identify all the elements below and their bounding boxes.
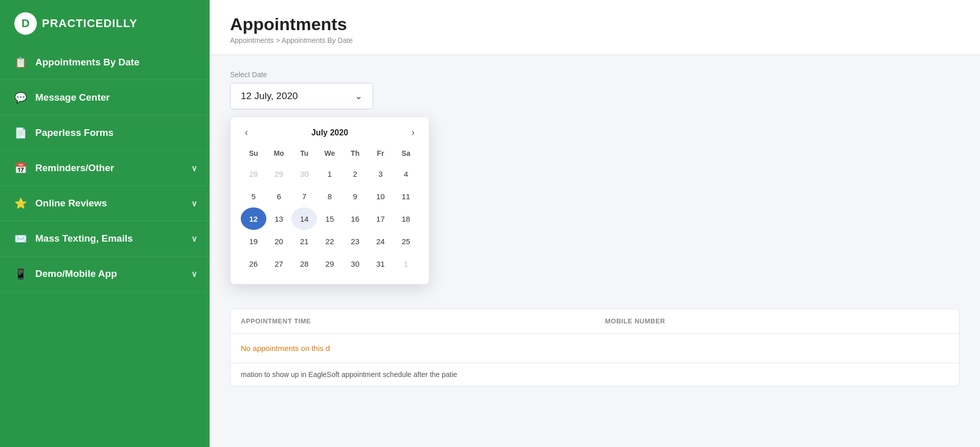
main-header: Appointments Appointments > Appointments…: [210, 0, 980, 55]
online-reviews-label: Online Reviews: [35, 198, 107, 209]
calendar-day[interactable]: 17: [368, 207, 394, 230]
breadcrumb: Appointments > Appointments By Date: [230, 36, 960, 44]
weekday-su: Su: [241, 146, 266, 162]
calendar-popup: ‹ July 2020 › SuMoTuWeThFrSa 28293012345…: [230, 116, 429, 285]
calendar-day[interactable]: 28: [291, 252, 317, 275]
calendar-day[interactable]: 24: [368, 230, 394, 252]
chevron-down-icon: ⌄: [355, 90, 362, 102]
sidebar-item-mass-texting-emails[interactable]: ✉️Mass Texting, Emails∨: [0, 221, 210, 256]
demo-mobile-app-chevron-icon: ∨: [191, 269, 197, 279]
paperless-forms-label: Paperless Forms: [35, 127, 113, 138]
appointments-by-date-label: Appointments By Date: [35, 57, 140, 68]
demo-mobile-app-icon: 📱: [14, 268, 27, 280]
calendar-header: ‹ July 2020 ›: [241, 126, 419, 139]
sidebar-item-reminders-other[interactable]: 📅Reminders/Other∨: [0, 151, 210, 186]
calendar-grid: SuMoTuWeThFrSa 2829301234567891011121314…: [241, 146, 419, 275]
col-header-appointment-time: APPOINTMENT TIME: [231, 309, 595, 333]
calendar-day[interactable]: 30: [291, 162, 317, 185]
calendar-week-4: 2627282930311: [241, 252, 419, 275]
reminders-other-icon: 📅: [14, 162, 27, 174]
calendar-month-title: July 2020: [311, 128, 348, 137]
sidebar-item-message-center[interactable]: 💬Message Center: [0, 80, 210, 115]
calendar-next-button[interactable]: ›: [407, 126, 419, 139]
sidebar-item-online-reviews[interactable]: ⭐Online Reviews∨: [0, 186, 210, 221]
mass-texting-emails-label: Mass Texting, Emails: [35, 233, 133, 244]
calendar-day[interactable]: 26: [241, 252, 266, 275]
main-content-area: Appointments Appointments > Appointments…: [210, 0, 980, 447]
no-appointments-message: No appointments on this d: [231, 334, 959, 363]
table-header-row: APPOINTMENT TIME MOBILE NUMBER: [231, 309, 959, 334]
calendar-day[interactable]: 6: [266, 185, 292, 207]
calendar-day[interactable]: 30: [343, 252, 368, 275]
calendar-day[interactable]: 28: [241, 162, 266, 185]
calendar-body: 2829301234567891011121314151617181920212…: [241, 162, 419, 275]
calendar-day[interactable]: 12: [241, 207, 266, 230]
weekday-we: We: [317, 146, 343, 162]
calendar-prev-button[interactable]: ‹: [241, 126, 252, 139]
weekday-tu: Tu: [291, 146, 317, 162]
selected-date-text: 12 July, 2020: [241, 90, 298, 102]
date-picker-label: Select Date: [230, 70, 960, 79]
calendar-day[interactable]: 15: [317, 207, 343, 230]
main-content: Select Date 12 July, 2020 ⌄ ‹ July 2020 …: [210, 55, 980, 402]
weekday-sa: Sa: [393, 146, 419, 162]
calendar-day[interactable]: 27: [266, 252, 292, 275]
sidebar-item-demo-mobile-app[interactable]: 📱Demo/Mobile App∨: [0, 256, 210, 292]
demo-mobile-app-label: Demo/Mobile App: [35, 268, 117, 279]
calendar-day[interactable]: 21: [291, 230, 317, 252]
calendar-day[interactable]: 19: [241, 230, 266, 252]
calendar-week-2: 12131415161718: [241, 207, 419, 230]
calendar-day[interactable]: 16: [343, 207, 368, 230]
calendar-day[interactable]: 2: [343, 162, 368, 185]
calendar-week-0: 2829301234: [241, 162, 419, 185]
reminders-other-chevron-icon: ∨: [191, 163, 197, 173]
calendar-day[interactable]: 25: [393, 230, 419, 252]
paperless-forms-icon: 📄: [14, 127, 27, 139]
reminders-other-label: Reminders/Other: [35, 162, 114, 174]
weekday-mo: Mo: [266, 146, 292, 162]
calendar-day[interactable]: 22: [317, 230, 343, 252]
mass-texting-emails-chevron-icon: ∨: [191, 234, 197, 244]
date-selector[interactable]: 12 July, 2020 ⌄: [230, 83, 373, 109]
calendar-day[interactable]: 31: [368, 252, 394, 275]
sidebar: D PRACTICEDILLY 📋Appointments By Date💬Me…: [0, 0, 210, 447]
calendar-day[interactable]: 20: [266, 230, 292, 252]
calendar-day[interactable]: 7: [291, 185, 317, 207]
calendar-day[interactable]: 8: [317, 185, 343, 207]
breadcrumb-part-1: Appointments: [230, 36, 274, 44]
calendar-day[interactable]: 9: [343, 185, 368, 207]
sidebar-item-paperless-forms[interactable]: 📄Paperless Forms: [0, 115, 210, 151]
message-center-label: Message Center: [35, 92, 110, 103]
calendar-weekdays-row: SuMoTuWeThFrSa: [241, 146, 419, 162]
mass-texting-emails-icon: ✉️: [14, 232, 27, 245]
calendar-week-3: 19202122232425: [241, 230, 419, 252]
calendar-day[interactable]: 18: [393, 207, 419, 230]
calendar-day[interactable]: 3: [368, 162, 394, 185]
app-name: PRACTICEDILLY: [42, 17, 138, 30]
calendar-day[interactable]: 13: [266, 207, 292, 230]
col-header-mobile-number: MOBILE NUMBER: [595, 309, 960, 333]
sidebar-item-appointments-by-date[interactable]: 📋Appointments By Date: [0, 45, 210, 80]
calendar-day[interactable]: 1: [317, 162, 343, 185]
sidebar-logo: D PRACTICEDILLY: [0, 0, 210, 45]
breadcrumb-part-2: Appointments By Date: [282, 36, 353, 44]
calendar-day[interactable]: 23: [343, 230, 368, 252]
weekday-fr: Fr: [368, 146, 394, 162]
online-reviews-chevron-icon: ∨: [191, 199, 197, 208]
calendar-day[interactable]: 11: [393, 185, 419, 207]
logo-icon: D: [14, 12, 37, 35]
appointments-table: APPOINTMENT TIME MOBILE NUMBER No appoin…: [230, 309, 960, 386]
appointments-by-date-icon: 📋: [14, 56, 27, 68]
calendar-day[interactable]: 14: [291, 207, 317, 230]
sidebar-nav: 📋Appointments By Date💬Message Center📄Pap…: [0, 45, 210, 292]
calendar-day[interactable]: 1: [393, 252, 419, 275]
weekday-th: Th: [343, 146, 368, 162]
page-title: Appointments: [230, 14, 960, 34]
message-center-icon: 💬: [14, 91, 27, 104]
calendar-week-1: 567891011: [241, 185, 419, 207]
calendar-day[interactable]: 29: [266, 162, 292, 185]
calendar-day[interactable]: 5: [241, 185, 266, 207]
calendar-day[interactable]: 10: [368, 185, 394, 207]
calendar-day[interactable]: 29: [317, 252, 343, 275]
calendar-day[interactable]: 4: [393, 162, 419, 185]
